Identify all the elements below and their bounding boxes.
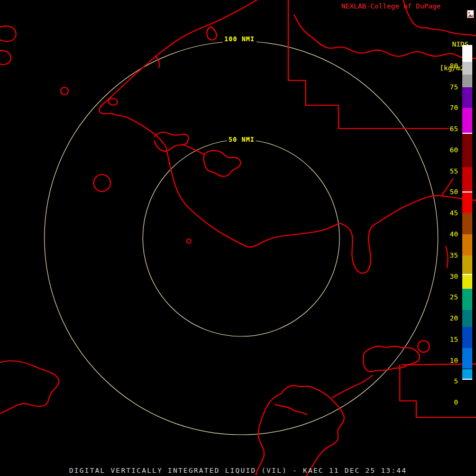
colorbar-tick-labels: 80757065605550454035302520151050	[437, 45, 458, 415]
range-ring-50nmi	[143, 140, 340, 336]
colorbar-segment	[462, 167, 472, 193]
colorbar-tick-label: 5	[454, 377, 458, 386]
colorbar-segment	[462, 108, 472, 133]
island-outline	[0, 51, 11, 65]
colorbar-segment	[462, 75, 472, 87]
colorbar	[462, 45, 472, 415]
colorbar-tick-label: 50	[450, 188, 458, 196]
colorbar-separator	[462, 379, 472, 380]
island-outline	[108, 98, 117, 105]
colorbar-segment	[462, 274, 472, 289]
colorbar-separator	[462, 274, 472, 275]
map-outlines	[0, 0, 476, 476]
colorbar-tick-label: 35	[450, 251, 458, 260]
coastline-path	[155, 56, 160, 68]
lake-outline	[61, 87, 68, 95]
coastline-path	[154, 132, 188, 151]
colorbar-tick-label: 40	[450, 230, 458, 239]
brand: NEXLAB-College of DuPage	[341, 2, 474, 28]
colorbar-tick-label: 25	[450, 293, 458, 301]
image-placeholder-icon	[442, 2, 474, 28]
colorbar-tick-label: 75	[450, 83, 458, 91]
bay-outline	[340, 223, 373, 273]
coastline-path	[184, 145, 204, 154]
colorbar-tick-label: 70	[450, 104, 458, 112]
landmass-outline	[281, 386, 344, 476]
lake-outline	[418, 341, 429, 352]
radar-display: 100 NMI 50 NMI NEXLAB-College of DuPage …	[0, 0, 476, 476]
colorbar-tick-label: 0	[454, 398, 458, 407]
island-outline	[204, 151, 241, 177]
colorbar-separator	[462, 191, 472, 193]
colorbar-segment	[462, 133, 472, 167]
colorbar-tick-label: 45	[450, 209, 458, 217]
colorbar-segment	[462, 45, 472, 62]
ring-label-100nmi: 100 NMI	[223, 35, 257, 43]
footer-caption: DIGITAL VERTICALLY INTEGRATED LIQUID (VI…	[0, 466, 476, 474]
brand-text: NEXLAB-College of DuPage	[341, 2, 441, 10]
colorbar-tick-label: 30	[450, 272, 458, 281]
colorbar-tick-label: 55	[450, 167, 458, 176]
colorbar-segment	[462, 327, 472, 348]
colorbar-tick-label: 80	[450, 62, 458, 70]
range-rings	[44, 41, 438, 435]
coastline-path	[363, 346, 419, 372]
colorbar-segment	[462, 310, 472, 327]
island-outline	[0, 26, 16, 41]
colorbar-segment	[462, 87, 472, 108]
lake-outline	[187, 239, 191, 243]
coastline-path	[373, 196, 476, 225]
colorbar-tick-label: 65	[450, 125, 458, 133]
colorbar-tick-label: 60	[450, 146, 458, 154]
coastline-path	[99, 0, 259, 147]
colorbar-segment	[462, 234, 472, 255]
coastline-path	[166, 147, 340, 247]
colorbar-segment	[462, 348, 472, 369]
radar-map	[0, 0, 476, 476]
coastline-path	[275, 404, 307, 415]
colorbar-segment	[462, 62, 472, 75]
colorbar-segment	[462, 369, 472, 380]
colorbar-segment	[462, 289, 472, 310]
colorbar-segment	[462, 192, 472, 213]
landmass-outline	[0, 361, 59, 414]
colorbar-tick-label: 10	[450, 356, 458, 365]
colorbar-separator	[462, 133, 472, 134]
ring-label-50nmi: 50 NMI	[227, 136, 256, 143]
colorbar-segment	[462, 255, 472, 274]
colorbar-segment	[462, 213, 472, 234]
colorbar-tick-label: 20	[450, 314, 458, 323]
lake-outline	[94, 175, 111, 191]
island-outline	[207, 26, 216, 40]
colorbar-tick-label: 15	[450, 335, 458, 344]
range-ring-100nmi	[44, 41, 438, 435]
coastline-path	[332, 376, 372, 398]
colorbar-segment	[462, 379, 472, 415]
